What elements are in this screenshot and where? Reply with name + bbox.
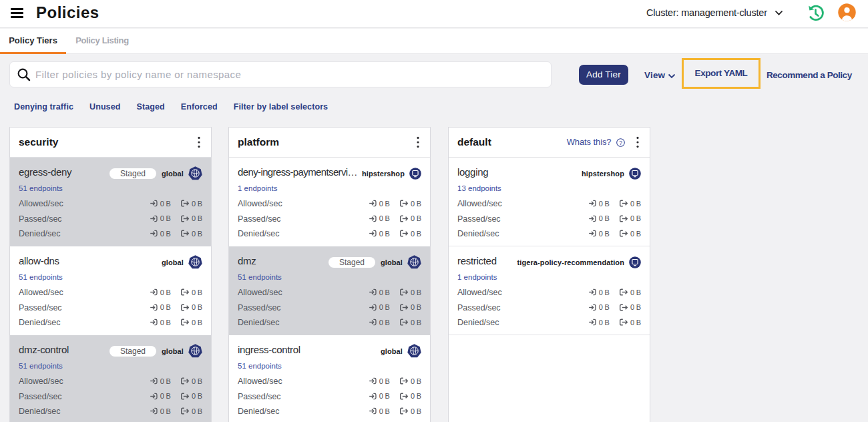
svg-text:?: ?: [619, 140, 622, 146]
